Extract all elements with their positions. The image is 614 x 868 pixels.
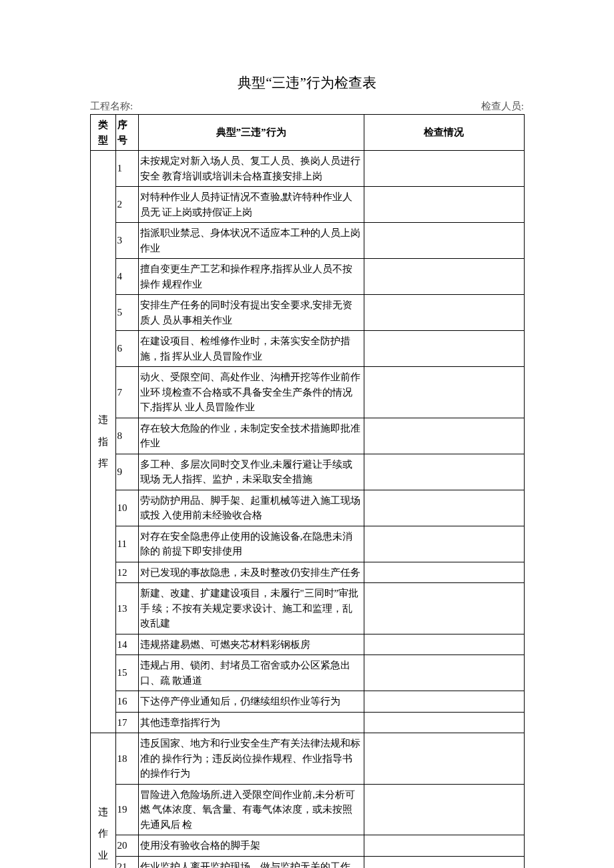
- table-row: 11对存在安全隐患停止使用的设施设备,在隐患未消除的 前提下即安排使用: [90, 526, 524, 562]
- project-label: 工程名称:: [90, 100, 133, 113]
- row-index: 4: [115, 259, 138, 295]
- row-status: [364, 418, 524, 454]
- row-behavior: 使用没有验收合格的脚手架: [138, 835, 364, 857]
- row-status: [364, 367, 524, 418]
- table-row: 13新建、改建、扩建建设项目，未履行"三同时”审批手 续；不按有关规定要求设计、…: [90, 583, 524, 634]
- row-behavior: 对特种作业人员持证情况不查验,默许特种作业人员无 证上岗或持假证上岗: [138, 187, 364, 223]
- row-behavior: 违规占用、锁闭、封堵员工宿舍或办公区紧急出口、疏 散通道: [138, 655, 364, 691]
- row-status: [364, 691, 524, 713]
- category-char: 违: [98, 412, 108, 428]
- category-char: 违: [98, 805, 108, 820]
- row-index: 18: [115, 733, 138, 785]
- row-behavior: 作业监护人离开监护现场，做与监护无关的工作: [138, 856, 364, 868]
- row-index: 2: [115, 187, 138, 223]
- row-index: 9: [115, 454, 138, 490]
- row-behavior: 安排生产任务的同时没有提出安全要求,安排无资质人 员从事相关作业: [138, 295, 364, 331]
- row-status: [364, 331, 524, 367]
- row-index: 19: [115, 784, 138, 835]
- row-index: 14: [115, 634, 138, 655]
- row-behavior: 其他违章指挥行为: [138, 712, 364, 733]
- row-status: [364, 655, 524, 691]
- table-row: 14违规搭建易燃、可燃夹芯材料彩钢板房: [90, 634, 524, 655]
- header-category: 类 型: [90, 115, 115, 151]
- page: 典型“三违”行为检查表 工程名称: 检查人员: 类 型 序 号 典型”三违”行为…: [0, 0, 614, 868]
- inspector-label: 检查人员:: [481, 100, 524, 113]
- table-row: 7动火、受限空间、高处作业、沟槽开挖等作业前作业环 境检查不合格或不具备安全生产…: [90, 367, 524, 418]
- row-status: [364, 490, 524, 526]
- table-row: 17其他违章指挥行为: [90, 712, 524, 733]
- row-index: 1: [115, 151, 138, 187]
- row-status: [364, 295, 524, 331]
- table-row: 15违规占用、锁闭、封堵员工宿舍或办公区紧急出口、疏 散通道: [90, 655, 524, 691]
- row-behavior: 未按规定对新入场人员、复工人员、换岗人员进行安全 教育培训或培训未合格直接安排上…: [138, 151, 364, 187]
- row-index: 17: [115, 712, 138, 733]
- row-index: 11: [115, 526, 138, 562]
- row-status: [364, 583, 524, 634]
- row-status: [364, 712, 524, 733]
- table-row: 8存在较大危险的作业，未制定安全技术措施即批准作业: [90, 418, 524, 454]
- row-behavior: 动火、受限空间、高处作业、沟槽开挖等作业前作业环 境检查不合格或不具备安全生产条…: [138, 367, 364, 418]
- row-behavior: 指派职业禁忌、身体状况不适应本工种的人员上岗作业: [138, 223, 364, 259]
- table-row: 21作业监护人离开监护现场，做与监护无关的工作: [90, 856, 524, 868]
- table-row: 违作业18违反国家、地方和行业安全生产有关法律法规和标准的 操作行为；违反岗位操…: [90, 733, 524, 785]
- row-index: 3: [115, 223, 138, 259]
- category-char: 挥: [98, 456, 108, 471]
- table-row: 3指派职业禁忌、身体状况不适应本工种的人员上岗作业: [90, 223, 524, 259]
- table-row: 19冒险进入危险场所,进入受限空间作业前,未分析可燃 气体浓度、氧含量、有毒气体…: [90, 784, 524, 835]
- table-row: 16下达停产停业通知后，仍继续组织作业等行为: [90, 691, 524, 713]
- category-char: 作: [98, 826, 108, 841]
- row-behavior: 冒险进入危险场所,进入受限空间作业前,未分析可燃 气体浓度、氧含量、有毒气体浓度…: [138, 784, 364, 835]
- table-row: 10劳动防护用品、脚手架、起重机械等进入施工现场或投 入使用前未经验收合格: [90, 490, 524, 526]
- table-row: 9多工种、多层次同时交叉作业,未履行避让手续或现场 无人指挥、监护，未采取安全措…: [90, 454, 524, 490]
- row-behavior: 多工种、多层次同时交叉作业,未履行避让手续或现场 无人指挥、监护，未采取安全措施: [138, 454, 364, 490]
- row-index: 15: [115, 655, 138, 691]
- row-status: [364, 151, 524, 187]
- row-behavior: 下达停产停业通知后，仍继续组织作业等行为: [138, 691, 364, 713]
- meta-row: 工程名称: 检查人员:: [0, 100, 614, 114]
- row-status: [364, 223, 524, 259]
- row-status: [364, 526, 524, 562]
- row-index: 6: [115, 331, 138, 367]
- page-title: 典型“三违”行为检查表: [0, 73, 614, 92]
- row-index: 10: [115, 490, 138, 526]
- row-status: [364, 856, 524, 868]
- category-char: 业: [98, 848, 108, 863]
- row-behavior: 在建设项目、检维修作业时，未落实安全防护措施，指 挥从业人员冒险作业: [138, 331, 364, 367]
- table-row: 4擅自变更生产工艺和操作程序,指挥从业人员不按操作 规程作业: [90, 259, 524, 295]
- row-index: 12: [115, 562, 138, 583]
- row-status: [364, 634, 524, 655]
- header-behavior: 典型”三违”行为: [138, 115, 364, 151]
- table-header-row: 类 型 序 号 典型”三违”行为 检查情况: [90, 115, 524, 151]
- row-index: 13: [115, 583, 138, 634]
- row-behavior: 对存在安全隐患停止使用的设施设备,在隐患未消除的 前提下即安排使用: [138, 526, 364, 562]
- row-behavior: 对已发现的事故隐患，未及时整改仍安排生产任务: [138, 562, 364, 583]
- category-char: 指: [98, 434, 108, 450]
- table-row: 20使用没有验收合格的脚手架: [90, 835, 524, 857]
- category-cell: 违指挥: [90, 151, 115, 733]
- category-cell: 违作业: [90, 733, 115, 869]
- row-status: [364, 835, 524, 857]
- violations-table: 类 型 序 号 典型”三违”行为 检查情况 违指挥1未按规定对新入场人员、复工人…: [90, 114, 525, 868]
- row-index: 5: [115, 295, 138, 331]
- row-behavior: 劳动防护用品、脚手架、起重机械等进入施工现场或投 入使用前未经验收合格: [138, 490, 364, 526]
- row-behavior: 存在较大危险的作业，未制定安全技术措施即批准作业: [138, 418, 364, 454]
- table-row: 12对已发现的事故隐患，未及时整改仍安排生产任务: [90, 562, 524, 583]
- table-row: 违指挥1未按规定对新入场人员、复工人员、换岗人员进行安全 教育培训或培训未合格直…: [90, 151, 524, 187]
- row-status: [364, 187, 524, 223]
- table-row: 6在建设项目、检维修作业时，未落实安全防护措施，指 挥从业人员冒险作业: [90, 331, 524, 367]
- row-behavior: 新建、改建、扩建建设项目，未履行"三同时”审批手 续；不按有关规定要求设计、施工…: [138, 583, 364, 634]
- row-index: 21: [115, 856, 138, 868]
- table-body: 违指挥1未按规定对新入场人员、复工人员、换岗人员进行安全 教育培训或培训未合格直…: [90, 151, 524, 869]
- row-index: 8: [115, 418, 138, 454]
- table-row: 2对特种作业人员持证情况不查验,默许特种作业人员无 证上岗或持假证上岗: [90, 187, 524, 223]
- row-status: [364, 784, 524, 835]
- row-status: [364, 733, 524, 785]
- table-row: 5安排生产任务的同时没有提出安全要求,安排无资质人 员从事相关作业: [90, 295, 524, 331]
- row-behavior: 违规搭建易燃、可燃夹芯材料彩钢板房: [138, 634, 364, 655]
- row-status: [364, 562, 524, 583]
- row-status: [364, 454, 524, 490]
- row-behavior: 擅自变更生产工艺和操作程序,指挥从业人员不按操作 规程作业: [138, 259, 364, 295]
- row-behavior: 违反国家、地方和行业安全生产有关法律法规和标准的 操作行为；违反岗位操作规程、作…: [138, 733, 364, 785]
- row-status: [364, 259, 524, 295]
- header-index: 序 号: [115, 115, 138, 151]
